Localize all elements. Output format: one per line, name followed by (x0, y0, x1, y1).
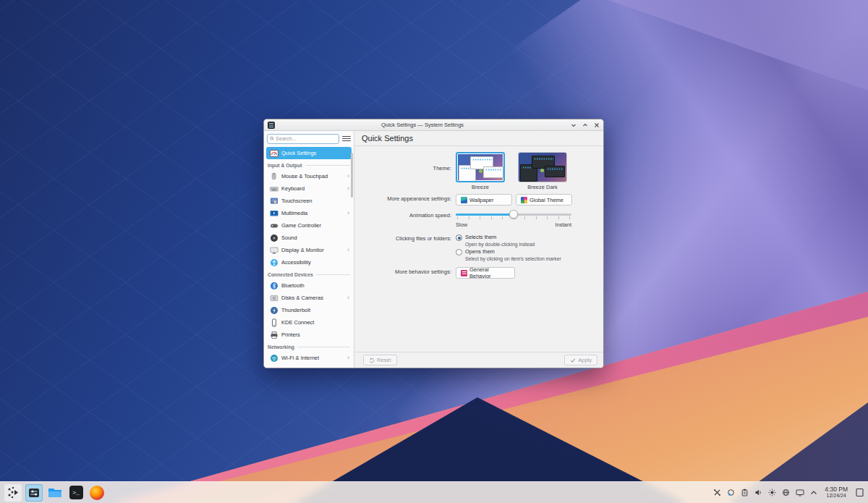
global-theme-button[interactable]: Global Theme (516, 194, 572, 206)
theme-name: Breeze (472, 184, 489, 190)
sidebar-item-printers[interactable]: Printers (266, 329, 352, 341)
slider-handle[interactable] (509, 210, 518, 219)
window-title: Quick Settings — System Settings (275, 122, 570, 128)
sidebar-item-label: Bluetooth (281, 282, 349, 289)
minimize-button[interactable] (570, 122, 576, 128)
wallpaper-button[interactable]: Wallpaper (456, 194, 512, 206)
behavior-row: More behavior settings: General Behavior (354, 267, 603, 279)
taskbar-task-terminal[interactable]: >_ (67, 484, 85, 502)
chevron-right-icon: › (347, 173, 349, 179)
search-field[interactable] (267, 134, 339, 144)
radio-button-checked[interactable] (456, 234, 462, 241)
animation-row: Animation speed: Slow Instant (354, 211, 603, 228)
sidebar-item-multimedia[interactable]: Multimedia › (266, 207, 352, 219)
application-launcher-button[interactable] (4, 484, 22, 502)
disks-icon (269, 293, 278, 303)
radio-button-unchecked[interactable] (456, 249, 462, 255)
tray-expand-chevron-icon[interactable] (810, 490, 817, 496)
general-behavior-button[interactable]: General Behavior (456, 267, 515, 279)
sidebar-item-disks-cameras[interactable]: Disks & Cameras › (266, 292, 352, 304)
tray-brightness-icon[interactable] (768, 489, 776, 496)
chevron-right-icon: › (347, 295, 349, 301)
reset-button[interactable]: Reset (363, 355, 397, 365)
game-controller-icon (269, 221, 278, 230)
application-launcher-icon (7, 486, 20, 499)
sidebar-item-label: Disks & Cameras (281, 295, 344, 301)
radio-sublabel: Select by clicking on item's selection m… (465, 256, 561, 261)
sidebar-item-label: Accessibility (281, 259, 349, 266)
chevron-right-icon: › (347, 247, 349, 253)
sidebar-item-game-controller[interactable]: Game Controller (266, 219, 352, 232)
general-behavior-icon (461, 270, 467, 276)
clicking-row: Clicking files or folders: Selects them … (354, 234, 603, 263)
radio-opens-them[interactable]: Opens them Select by clicking on item's … (456, 248, 603, 261)
sidebar-item-label: Sound (281, 234, 349, 241)
page-content: Theme: Breeze (354, 146, 603, 352)
animation-speed-slider[interactable] (456, 211, 571, 221)
global-theme-icon (521, 197, 527, 203)
apply-button[interactable]: Apply (564, 355, 597, 365)
sidebar-item-label: Game Controller (281, 222, 349, 229)
sidebar-item-quick-settings[interactable]: Quick Settings (266, 147, 352, 159)
undo-icon (369, 358, 375, 363)
sidebar-item-label: Quick Settings (281, 150, 349, 156)
wifi-icon (269, 353, 278, 363)
radio-label: Opens them (465, 248, 561, 255)
radio-sublabel: Open by double-clicking instead (465, 242, 535, 247)
sidebar-item-label: Keyboard (281, 185, 344, 192)
sidebar: Quick Settings Input & Output Mouse & To… (264, 131, 354, 368)
breeze-dark-preview[interactable] (518, 152, 567, 182)
wallpaper-icon (461, 197, 467, 203)
general-behavior-button-label: General Behavior (469, 266, 510, 279)
firefox-icon (90, 486, 104, 500)
titlebar[interactable]: Quick Settings — System Settings (264, 119, 603, 131)
sidebar-item-thunderbolt[interactable]: Thunderbolt (266, 304, 352, 316)
quick-settings-icon (269, 148, 278, 158)
slider-fill (456, 214, 514, 216)
display-icon (269, 245, 278, 255)
appearance-row: More appearance settings: Wallpaper Glob… (354, 194, 603, 206)
menu-icon[interactable] (342, 135, 351, 143)
radio-selects-them[interactable]: Selects them Open by double-clicking ins… (456, 234, 603, 247)
sidebar-scrollbar[interactable] (351, 153, 353, 198)
system-settings-app-icon (268, 122, 275, 129)
sidebar-item-sound[interactable]: Sound (266, 232, 352, 244)
thunderbolt-icon (269, 305, 278, 315)
tray-network-icon[interactable] (782, 489, 790, 496)
theme-option-breeze-dark[interactable]: Breeze Dark (518, 152, 567, 190)
sidebar-item-wifi-internet[interactable]: Wi-Fi & Internet › (266, 352, 352, 364)
sidebar-item-accessibility[interactable]: Accessibility (266, 256, 352, 269)
clock-time: 4:30 PM (825, 486, 848, 494)
taskbar-task-system-settings[interactable] (25, 484, 43, 502)
appearance-label: More appearance settings: (354, 194, 456, 206)
tray-volume-icon[interactable] (754, 489, 762, 496)
search-input[interactable] (276, 136, 336, 141)
taskbar-task-file-manager[interactable] (46, 484, 64, 502)
section-title: Networking (268, 345, 294, 350)
tray-media-icon[interactable] (727, 489, 735, 496)
keyboard-icon (269, 184, 278, 193)
close-button[interactable] (593, 122, 600, 128)
sidebar-item-touchscreen[interactable]: Touchscreen (266, 195, 352, 207)
slider-min-label: Slow (456, 221, 467, 228)
mouse-icon (269, 172, 278, 181)
taskbar-task-firefox[interactable] (88, 484, 106, 502)
maximize-button[interactable] (582, 122, 588, 128)
tray-display-icon[interactable] (796, 489, 804, 496)
sidebar-item-label: Mouse & Touchpad (281, 173, 344, 179)
folder-icon (48, 486, 62, 499)
show-desktop-button[interactable] (855, 488, 864, 498)
digital-clock[interactable]: 4:30 PM 12/24/24 (825, 486, 848, 499)
global-theme-button-label: Global Theme (529, 197, 563, 203)
sidebar-item-kde-connect[interactable]: KDE Connect (266, 316, 352, 329)
tray-tools-icon[interactable] (713, 489, 721, 496)
sidebar-item-bluetooth[interactable]: Bluetooth (266, 279, 352, 292)
theme-option-breeze[interactable]: Breeze (456, 152, 505, 190)
chevron-right-icon: › (347, 355, 349, 361)
sidebar-item-keyboard[interactable]: Keyboard › (266, 182, 352, 195)
sidebar-item-mouse-touchpad[interactable]: Mouse & Touchpad › (266, 170, 352, 182)
tray-clipboard-icon[interactable] (741, 489, 749, 496)
breeze-preview[interactable] (456, 152, 505, 182)
sidebar-item-display-monitor[interactable]: Display & Monitor › (266, 244, 352, 256)
terminal-icon: >_ (69, 486, 83, 499)
